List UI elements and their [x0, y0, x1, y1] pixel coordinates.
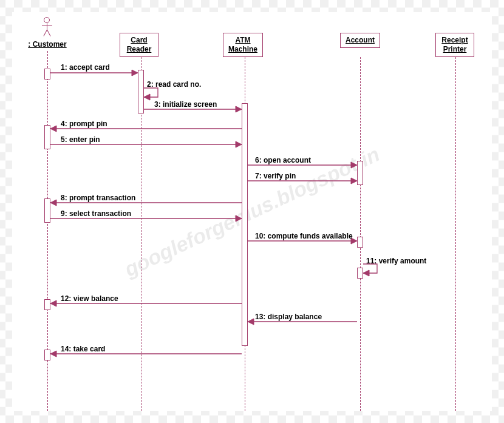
msg-14: 14: take card: [61, 345, 105, 353]
svg-marker-4: [236, 106, 242, 112]
msg-4: 4: prompt pin: [61, 120, 107, 128]
svg-marker-16: [236, 215, 242, 222]
activation-customer-3: [44, 198, 50, 223]
activation-customer-4: [44, 299, 50, 310]
card-reader-label: CardReader: [125, 36, 153, 54]
activation-customer-5: [44, 350, 50, 360]
svg-marker-25: [50, 351, 56, 357]
participant-card-reader: CardReader: [120, 33, 158, 57]
msg-7: 7: verify pin: [255, 172, 296, 180]
msg-8: 8: prompt transaction: [61, 194, 135, 202]
svg-marker-8: [236, 141, 242, 147]
svg-marker-14: [50, 200, 56, 206]
svg-marker-21: [50, 300, 56, 306]
participant-receipt-printer: ReceiptPrinter: [435, 33, 474, 57]
svg-marker-6: [50, 126, 56, 132]
lifeline-account: [360, 57, 361, 411]
svg-marker-23: [248, 319, 254, 325]
msg-3: 3: initialize screen: [154, 100, 217, 109]
activation-card-reader-1: [138, 70, 144, 113]
atm-machine-label: ATMMachine: [228, 36, 257, 54]
activation-account-1: [357, 161, 363, 185]
msg-5: 5: enter pin: [61, 135, 100, 144]
lifeline-receipt-printer: [455, 57, 456, 411]
account-label: Account: [346, 36, 375, 45]
msg-6: 6: open account: [255, 156, 311, 164]
svg-marker-2: [144, 94, 150, 100]
activation-account-3: [357, 268, 363, 279]
msg-12: 12: view balance: [61, 294, 118, 303]
activation-account-2: [357, 237, 363, 248]
msg-9: 9: select transaction: [61, 209, 131, 218]
sequence-diagram: googleforgenius.blogspot.in : Customer C…: [12, 12, 492, 411]
msg-1: 1: accept card: [61, 63, 110, 72]
customer-label: : Customer: [23, 40, 72, 49]
svg-marker-10: [351, 162, 357, 168]
participant-customer: : Customer: [23, 17, 72, 49]
activation-atm-1: [242, 103, 248, 346]
msg-10: 10: compute funds available: [255, 232, 353, 240]
receipt-printer-label: ReceiptPrinter: [441, 36, 469, 54]
svg-marker-12: [351, 178, 357, 184]
actor-icon: [41, 17, 53, 38]
msg-11: 11: verify amount: [366, 257, 426, 265]
msg-13: 13: display balance: [255, 313, 322, 321]
msg-2: 2: read card no.: [147, 80, 201, 89]
svg-marker-19: [363, 270, 369, 276]
watermark-text: googleforgenius.blogspot.in: [121, 142, 383, 281]
svg-marker-1: [132, 70, 138, 76]
participant-atm-machine: ATMMachine: [223, 33, 263, 57]
activation-customer-2: [44, 125, 50, 149]
activation-customer-1: [44, 69, 50, 80]
participant-account: Account: [340, 33, 380, 48]
